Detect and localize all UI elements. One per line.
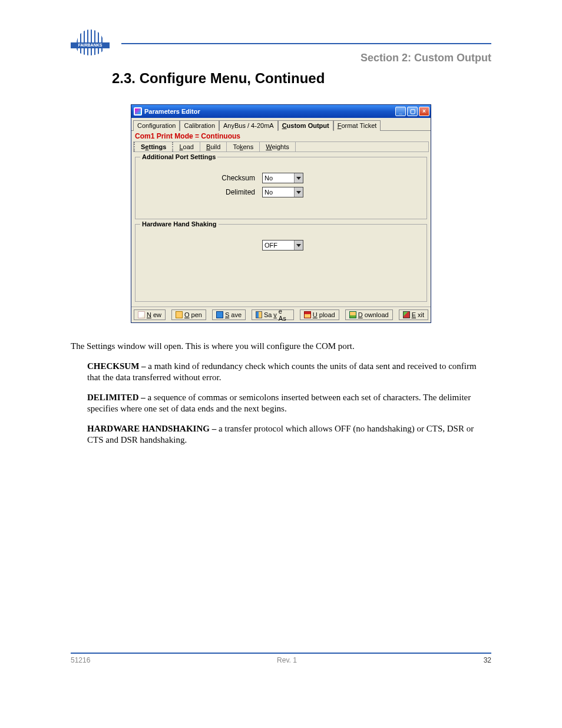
- save-icon: [216, 311, 223, 318]
- window-titlebar[interactable]: Parameters Editor _ ▢ ×: [131, 105, 431, 118]
- combo-handshaking[interactable]: OFF: [262, 240, 303, 251]
- new-icon: [138, 311, 145, 318]
- screenshot-figure: Parameters Editor _ ▢ × Configuration Ca…: [71, 104, 491, 323]
- tab-configuration[interactable]: Configuration: [133, 120, 180, 131]
- open-icon: [176, 311, 183, 318]
- chevron-down-icon[interactable]: [294, 187, 303, 197]
- subtab-tokens[interactable]: Tokens: [227, 142, 260, 151]
- section-title: 2.3. Configure Menu, Continued: [112, 70, 491, 87]
- header-rule: [121, 43, 491, 44]
- fairbanks-logo: FAIRBANKS: [71, 29, 110, 58]
- combo-delimited[interactable]: No: [262, 187, 303, 197]
- footer-right-page: 32: [484, 656, 491, 664]
- combo-checksum[interactable]: No: [262, 173, 303, 183]
- save-as-button[interactable]: Save As: [252, 309, 294, 320]
- label-checksum: Checksum: [141, 174, 262, 182]
- tab-format-ticket[interactable]: Format Ticket: [333, 120, 381, 131]
- maximize-button[interactable]: ▢: [407, 107, 418, 116]
- footer-left: 51216: [71, 656, 90, 664]
- tab-custom-output[interactable]: Custom Output: [278, 120, 333, 131]
- minimize-button[interactable]: _: [395, 107, 406, 116]
- subtab-settings[interactable]: Settings: [134, 142, 173, 151]
- app-icon: [134, 107, 142, 116]
- para-handshaking: HARDWARE HANDSHAKING – a transfer protoc…: [71, 423, 491, 446]
- subtab-weights[interactable]: Weights: [260, 142, 296, 151]
- bottom-toolbar: NewOpenSaveSave AsUploadDownloadExit: [131, 307, 431, 322]
- group-additional-port-settings: Additional Port Settings Checksum No Del…: [135, 157, 427, 219]
- open-button[interactable]: Open: [171, 309, 206, 320]
- chevron-down-icon[interactable]: [294, 173, 303, 183]
- exit-icon: [403, 311, 410, 318]
- group-title-hhs: Hardware Hand Shaking: [140, 220, 219, 228]
- subtab-load[interactable]: Load: [173, 142, 200, 151]
- body-copy: The Settings window will open. This is w…: [71, 341, 491, 446]
- window-title: Parameters Editor: [144, 108, 200, 115]
- page-footer: 51216 Rev. 1 32: [71, 653, 491, 664]
- footer-center: Rev. 1: [277, 656, 297, 664]
- group-title-additional: Additional Port Settings: [140, 153, 217, 160]
- com1-print-mode-line: Com1 Print Mode = Continuous: [131, 130, 431, 141]
- para-intro: The Settings window will open. This is w…: [71, 341, 491, 353]
- download-icon: [349, 311, 356, 318]
- main-tabstrip: Configuration Calibration AnyBus / 4-20m…: [131, 118, 431, 130]
- upload-icon: [304, 311, 311, 318]
- save-as-icon: [256, 311, 262, 318]
- tab-anybus[interactable]: AnyBus / 4-20mA: [219, 120, 278, 131]
- save-button[interactable]: Save: [212, 309, 246, 320]
- parameters-editor-window: Parameters Editor _ ▢ × Configuration Ca…: [131, 104, 431, 323]
- upload-button[interactable]: Upload: [300, 309, 339, 320]
- tab-calibration[interactable]: Calibration: [180, 120, 219, 131]
- chevron-down-icon[interactable]: [294, 241, 303, 250]
- para-checksum: CHECKSUM – a math kind of redundancy che…: [71, 361, 491, 384]
- close-button[interactable]: ×: [419, 107, 429, 116]
- group-hardware-handshaking: Hardware Hand Shaking OFF: [135, 224, 427, 302]
- new-button[interactable]: New: [134, 309, 166, 320]
- label-delimited: Delimited: [141, 188, 262, 196]
- subtab-row: Settings Load Build Tokens Weights: [133, 141, 429, 152]
- para-delimited: DELIMITED – a sequence of commas or semi…: [71, 392, 491, 415]
- subtab-build[interactable]: Build: [200, 142, 227, 151]
- exit-button[interactable]: Exit: [399, 309, 428, 320]
- download-button[interactable]: Download: [345, 309, 393, 320]
